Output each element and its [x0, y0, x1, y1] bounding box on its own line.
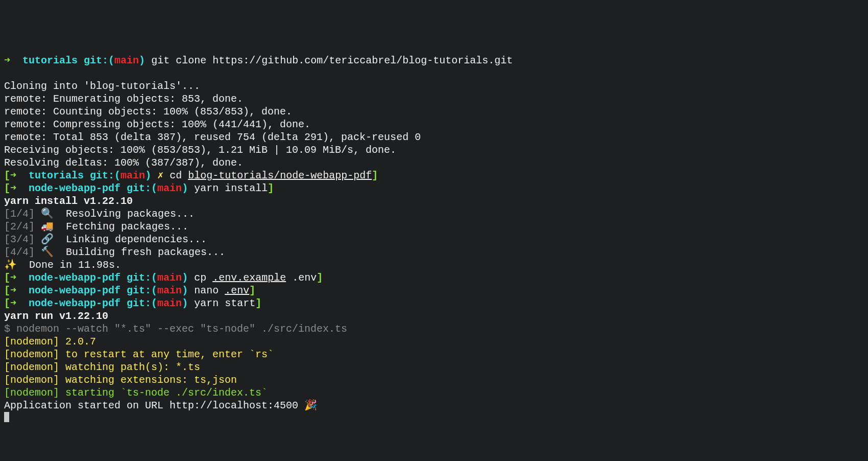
bracket-close: ]	[249, 285, 255, 296]
yarn-version: yarn run v1.22.10	[4, 310, 108, 322]
output-line: Cloning into 'blog-tutorials'...	[4, 80, 200, 92]
prompt-line: [➜ node-webapp-pdf git:(main) cp .env.ex…	[4, 272, 323, 284]
git-close: )	[182, 285, 194, 296]
cmd-path: blog-tutorials/node-webapp-pdf	[188, 170, 372, 181]
sparkles-icon: ✨	[4, 259, 29, 271]
output-line: remote: Compressing objects: 100% (441/4…	[4, 119, 310, 130]
git-label: git:(	[90, 170, 120, 181]
yarn-step: [2/4] 🚚 Fetching packages...	[4, 221, 188, 233]
bracket-close: ]	[268, 182, 274, 194]
cmd-text: yarn install	[194, 182, 268, 194]
step-index: [1/4]	[4, 208, 41, 220]
yarn-step: [4/4] 🔨 Building fresh packages...	[4, 246, 225, 258]
nodemon-start: [nodemon] starting `ts-node ./src/index.…	[4, 387, 268, 399]
prompt-dir: node-webapp-pdf	[29, 297, 127, 309]
git-branch: main	[157, 297, 182, 309]
prompt-arrow: ➜	[4, 55, 22, 66]
prompt-line: [➜ node-webapp-pdf git:(main) yarn insta…	[4, 182, 274, 194]
prompt-arrow: ➜	[10, 285, 29, 296]
step-text: Building fresh packages...	[66, 246, 225, 258]
party-icon: 🎉	[304, 400, 317, 411]
yarn-done: ✨ Done in 11.98s.	[4, 259, 121, 271]
output-line: Receiving objects: 100% (853/853), 1.21 …	[4, 144, 396, 156]
git-branch: main	[157, 182, 182, 194]
yarn-step: [1/4] 🔍 Resolving packages...	[4, 208, 195, 220]
prompt-dir: node-webapp-pdf	[29, 272, 127, 284]
bracket-close: ]	[317, 272, 323, 284]
bracket-open: [	[4, 285, 10, 296]
git-branch: main	[157, 272, 182, 284]
git-label: git:(	[84, 55, 114, 66]
nodemon-line: [nodemon] 2.0.7	[4, 336, 96, 348]
prompt-line: ➜ tutorials git:(main) git clone https:/…	[4, 55, 513, 66]
git-close: )	[139, 55, 151, 66]
yarn-step: [3/4] 🔗 Linking dependencies...	[4, 234, 207, 245]
bracket-open: [	[4, 272, 10, 284]
prompt-dir: tutorials	[22, 55, 84, 66]
prompt-line: [➜ tutorials git:(main) ✗ cd blog-tutori…	[4, 170, 378, 181]
nodemon-line: [nodemon] watching extensions: ts,json	[4, 374, 237, 386]
nodemon-cmd: $ nodemon --watch "*.ts" --exec "ts-node…	[4, 323, 347, 335]
yarn-version: yarn install v1.22.10	[4, 195, 133, 207]
prompt-dir: node-webapp-pdf	[29, 285, 127, 296]
prompt-dir: node-webapp-pdf	[29, 182, 127, 194]
step-text: Linking dependencies...	[66, 234, 207, 245]
step-index: [2/4]	[4, 221, 41, 233]
prompt-arrow: ➜	[10, 170, 29, 181]
git-close: )	[182, 297, 194, 309]
cmd-text: yarn start	[194, 297, 255, 309]
output-line: remote: Enumerating objects: 853, done.	[4, 93, 243, 105]
git-branch: main	[157, 285, 182, 296]
bracket-open: [	[4, 182, 10, 194]
truck-icon: 🚚	[41, 221, 66, 233]
nodemon-line: [nodemon] watching path(s): *.ts	[4, 361, 200, 373]
step-text: Fetching packages...	[66, 221, 188, 233]
cmd-text: git clone https://github.com/tericcabrel…	[151, 55, 513, 66]
cmd-path: .env	[225, 285, 249, 296]
cmd-path: .env.example	[212, 272, 286, 284]
prompt-dir: tutorials	[29, 170, 90, 181]
output-line: Resolving deltas: 100% (387/387), done.	[4, 157, 243, 169]
cmd-text: cd	[170, 170, 188, 181]
search-icon: 🔍	[41, 208, 66, 220]
output-line: remote: Counting objects: 100% (853/853)…	[4, 106, 292, 118]
cursor-block	[4, 412, 9, 422]
step-index: [4/4]	[4, 246, 41, 258]
git-branch: main	[120, 170, 145, 181]
git-close: )	[182, 272, 194, 284]
cmd-text: nano	[194, 285, 225, 296]
step-text: Resolving packages...	[66, 208, 195, 220]
bracket-close: ]	[372, 170, 378, 181]
bracket-open: [	[4, 297, 10, 309]
git-label: git:(	[127, 285, 157, 296]
done-text: Done in 11.98s.	[29, 259, 121, 271]
bracket-open: [	[4, 170, 10, 181]
app-started: Application started on URL http://localh…	[4, 400, 317, 411]
git-label: git:(	[127, 297, 157, 309]
bracket-close: ]	[255, 297, 261, 309]
terminal-output[interactable]: ➜ tutorials git:(main) git clone https:/…	[4, 54, 864, 425]
git-close: )	[145, 170, 157, 181]
link-icon: 🔗	[41, 234, 66, 245]
prompt-arrow: ➜	[10, 272, 29, 284]
git-dirty-icon: ✗	[157, 170, 170, 181]
git-label: git:(	[127, 182, 157, 194]
git-close: )	[182, 182, 194, 194]
git-branch: main	[114, 55, 139, 66]
app-text: Application started on URL http://localh…	[4, 400, 304, 411]
cmd-text: .env	[286, 272, 317, 284]
output-line: remote: Total 853 (delta 387), reused 75…	[4, 131, 421, 143]
nodemon-line: [nodemon] to restart at any time, enter …	[4, 349, 274, 360]
step-index: [3/4]	[4, 234, 41, 245]
prompt-arrow: ➜	[10, 297, 29, 309]
prompt-line: [➜ node-webapp-pdf git:(main) yarn start…	[4, 297, 261, 309]
cmd-text: cp	[194, 272, 212, 284]
prompt-arrow: ➜	[10, 182, 29, 194]
prompt-line: [➜ node-webapp-pdf git:(main) nano .env]	[4, 285, 255, 296]
hammer-icon: 🔨	[41, 246, 66, 258]
git-label: git:(	[127, 272, 157, 284]
